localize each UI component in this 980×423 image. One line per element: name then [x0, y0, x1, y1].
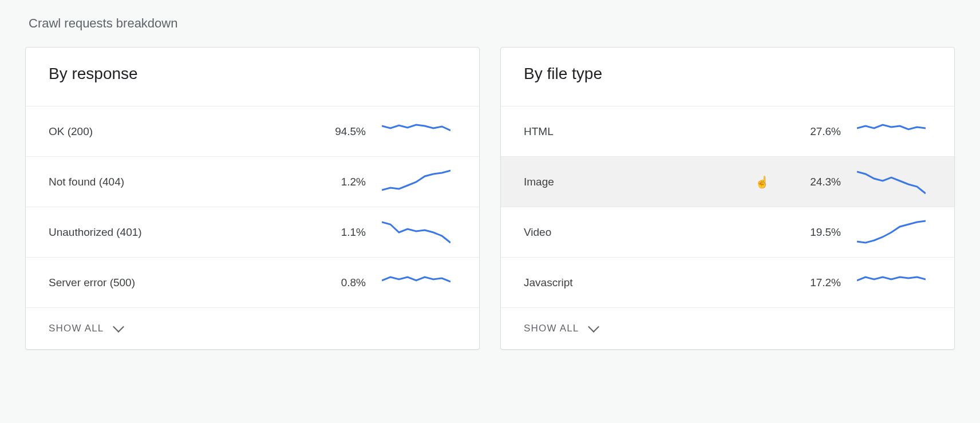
row-label: Javascript	[524, 276, 778, 289]
show-all-label: SHOW ALL	[524, 323, 579, 334]
row-value: 0.8%	[303, 276, 366, 289]
row-value: 17.2%	[778, 276, 841, 289]
row-value: 27.6%	[778, 125, 841, 138]
sparkline-icon	[857, 168, 931, 196]
show-all-label: SHOW ALL	[49, 323, 104, 334]
sparkline-icon	[382, 219, 456, 246]
card-by-file-type: By file type HTML 27.6% Image ☝️ 24.3% V…	[500, 47, 955, 350]
sparkline-icon	[382, 269, 456, 297]
row-label: Not found (404)	[49, 176, 303, 188]
row-unauthorized-401[interactable]: Unauthorized (401) 1.1%	[26, 207, 479, 257]
row-label: Image	[524, 176, 778, 188]
row-label: Unauthorized (401)	[49, 226, 303, 239]
cards-container: By response OK (200) 94.5% Not found (40…	[25, 47, 955, 350]
sparkline-icon	[857, 219, 931, 246]
row-value: 1.2%	[303, 176, 366, 188]
card-header: By file type	[501, 48, 954, 106]
row-label: HTML	[524, 125, 778, 138]
sparkline-icon	[382, 118, 456, 145]
row-value: 19.5%	[778, 226, 841, 239]
page-title: Crawl requests breakdown	[29, 16, 955, 31]
row-image[interactable]: Image ☝️ 24.3%	[501, 156, 954, 207]
card-title: By response	[49, 65, 456, 83]
chevron-down-icon	[588, 321, 599, 333]
row-value: 1.1%	[303, 226, 366, 239]
row-video[interactable]: Video 19.5%	[501, 207, 954, 257]
row-ok-200[interactable]: OK (200) 94.5%	[26, 106, 479, 156]
row-label: Video	[524, 226, 778, 239]
row-not-found-404[interactable]: Not found (404) 1.2%	[26, 156, 479, 207]
row-server-error-500[interactable]: Server error (500) 0.8%	[26, 257, 479, 307]
row-label: Server error (500)	[49, 276, 303, 289]
card-header: By response	[26, 48, 479, 106]
row-javascript[interactable]: Javascript 17.2%	[501, 257, 954, 307]
card-by-response: By response OK (200) 94.5% Not found (40…	[25, 47, 480, 350]
chevron-down-icon	[113, 321, 124, 333]
card-title: By file type	[524, 65, 931, 83]
sparkline-icon	[857, 118, 931, 145]
row-value: 24.3%	[778, 176, 841, 188]
sparkline-icon	[857, 269, 931, 297]
row-label: OK (200)	[49, 125, 303, 138]
row-value: 94.5%	[303, 125, 366, 138]
row-html[interactable]: HTML 27.6%	[501, 106, 954, 156]
show-all-button[interactable]: SHOW ALL	[501, 307, 954, 349]
sparkline-icon	[382, 168, 456, 196]
show-all-button[interactable]: SHOW ALL	[26, 307, 479, 349]
